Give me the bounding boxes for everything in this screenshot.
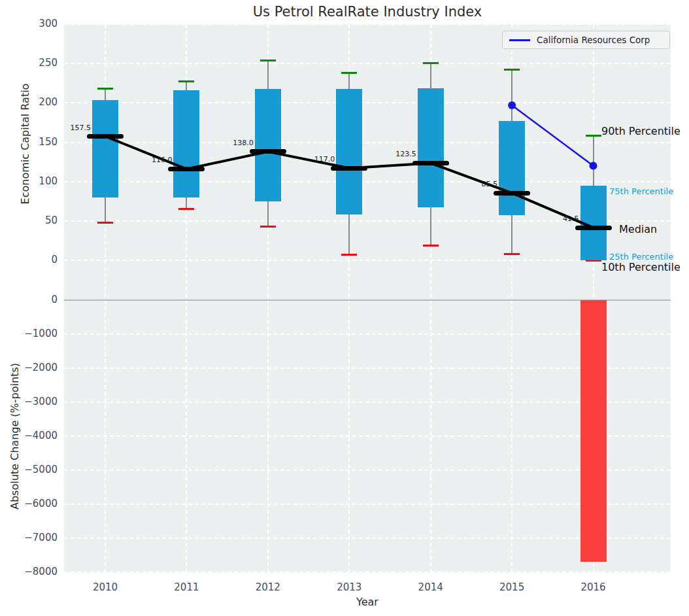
median-value-label: 157.5 [45, 124, 91, 132]
x-tick-label: 2015 [486, 581, 538, 593]
x-tick-label: 2016 [567, 581, 620, 593]
x-tick-label: 2014 [405, 581, 457, 593]
median-trend-line [105, 137, 594, 228]
bottom-y-tick-label: −1000 [0, 328, 58, 339]
legend-label: California Resources Corp [537, 35, 650, 45]
median-bar [168, 167, 205, 171]
median-bar [87, 134, 124, 139]
bottom-y-tick-label: −6000 [0, 498, 58, 509]
median-bar [250, 149, 286, 154]
lines-overlay [64, 24, 671, 573]
x-tick-label: 2011 [160, 581, 212, 593]
company-point-marker [590, 162, 597, 170]
chart-figure: Us Petrol RealRate Industry Index 157.51… [0, 0, 689, 616]
x-axis-label: Year [64, 596, 671, 608]
legend-line-sample-icon [509, 39, 530, 41]
median-bar [575, 226, 612, 230]
bottom-y-tick-label: −4000 [0, 430, 58, 441]
median-value-label: 117.0 [289, 155, 335, 163]
x-tick-label: 2010 [79, 581, 131, 593]
bottom-y-tick-label: 0 [0, 294, 58, 305]
bottom-y-tick-label: −7000 [0, 532, 58, 543]
chart-title: Us Petrol RealRate Industry Index [64, 4, 671, 20]
x-tick-label: 2013 [323, 581, 375, 593]
top-y-tick-label: 0 [0, 254, 58, 265]
legend: California Resources Corp [502, 31, 670, 49]
median-bar [412, 161, 449, 165]
annotation-p75: 75th Percentile [609, 186, 673, 196]
plot-area: 157.5116.0138.0117.0123.585.541.5 [64, 24, 671, 573]
bottom-y-tick-label: −8000 [0, 566, 58, 577]
company-point-marker [508, 101, 516, 109]
bottom-y-tick-label: −3000 [0, 396, 58, 407]
top-y-tick-label: 150 [0, 136, 58, 148]
annotation-median: Median [619, 223, 657, 235]
median-value-label: 116.0 [126, 156, 172, 164]
median-bar [494, 191, 530, 196]
top-y-tick-label: 250 [0, 57, 58, 69]
annotation-p25: 25th Percentile [609, 252, 673, 262]
bottom-y-tick-label: −2000 [0, 362, 58, 373]
x-tick-label: 2012 [242, 581, 294, 593]
median-value-label: 123.5 [371, 150, 416, 158]
median-value-label: 41.5 [533, 214, 579, 223]
median-bar [331, 166, 367, 171]
median-value-label: 85.5 [452, 180, 497, 188]
company-line [512, 105, 593, 166]
top-y-tick-label: 50 [0, 214, 58, 226]
top-y-tick-label: 100 [0, 175, 58, 187]
median-value-label: 138.0 [208, 139, 254, 147]
top-y-tick-label: 200 [0, 96, 58, 108]
annotation-p10: 10th Percentile [601, 261, 681, 273]
annotation-p90: 90th Percentile [601, 124, 681, 137]
bottom-y-tick-label: −5000 [0, 464, 58, 475]
top-y-tick-label: 300 [0, 18, 58, 29]
